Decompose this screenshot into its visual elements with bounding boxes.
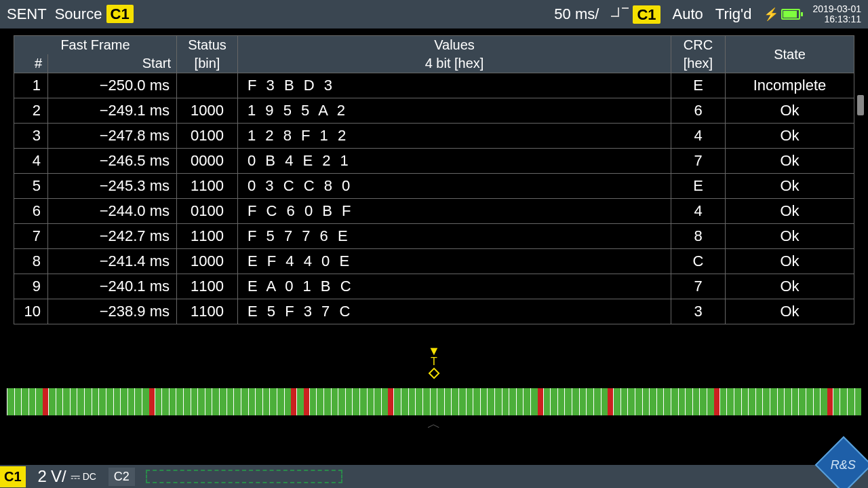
frame-ok-segment [309,388,317,415]
cell-values: 1 9 5 5 A 2 [238,98,671,124]
trigger-state: Trig'd [715,5,752,23]
cell-start: −245.3 ms [48,174,177,199]
decoded-waveform[interactable] [7,388,861,415]
table-row[interactable]: 9−240.1 ms1100E A 0 1 B C7Ok [14,274,854,299]
cell-crc: C [671,249,726,274]
cell-start: −238.9 ms [48,299,177,324]
table-row[interactable]: 4−246.5 ms00000 B 4 E 2 17Ok [14,149,854,174]
cell-status: 1000 [177,98,238,124]
cell-start: −247.8 ms [48,124,177,149]
frame-ok-segment [21,388,28,415]
frame-ok-segment [127,388,135,415]
top-left-group: SENT Source C1 [7,5,134,23]
frame-error-segment [291,388,296,415]
cell-status: 0100 [177,199,238,224]
cell-start: −242.7 ms [48,224,177,249]
c2-badge[interactable]: C2 [108,468,135,486]
frame-ok-segment [142,388,149,415]
frame-ok-segment [656,388,664,415]
frame-ok-segment [437,388,444,415]
cell-state: Ok [726,149,854,174]
table-row[interactable]: 10−238.9 ms1100E 5 F 3 7 C3Ok [14,299,854,324]
frame-ok-segment [671,388,678,415]
cell-start: −246.5 ms [48,149,177,174]
c1-coupling: DC [83,471,96,482]
cell-crc: 4 [671,124,726,149]
header-crc-sub: [hex] [671,54,726,73]
cell-crc: 3 [671,299,726,324]
frame-ok-segment [381,388,389,415]
frame-ok-segment [183,388,191,415]
battery-icon [781,9,800,20]
cell-state: Ok [726,274,854,299]
timebase[interactable]: 50 ms/ [554,5,599,23]
datetime: 2019-03-01 16:13:11 [812,4,861,24]
cell-status: 1100 [177,224,238,249]
frame-ok-segment [530,388,538,415]
frame-ok-segment [473,388,480,415]
header-values: Values [238,36,671,55]
frame-ok-segment [777,388,785,415]
cell-values: 0 3 C C 8 0 [238,174,671,199]
c1-badge[interactable]: C1 [0,466,26,487]
frame-error-segment [608,388,613,415]
brand-logo-text: R&S [831,457,856,472]
table-row[interactable]: 2−249.1 ms10001 9 5 5 A 26Ok [14,98,854,124]
expand-handle-icon[interactable]: ︿ [427,415,441,433]
cell-num: 8 [14,249,48,274]
frame-ok-segment [98,388,106,415]
table-row[interactable]: 8−241.4 ms1000E F 4 4 0 ECOk [14,249,854,274]
cell-crc: 7 [671,149,726,174]
frame-ok-segment [374,388,381,415]
frame-ok-segment [699,388,707,415]
decode-table-wrap: Fast Frame Status Values CRC State # Sta… [0,29,868,324]
cell-crc: 6 [671,98,726,124]
cell-crc: 8 [671,224,726,249]
frame-ok-segment [345,388,353,415]
frame-ok-segment [572,388,579,415]
frame-ok-segment [331,388,338,415]
decode-table[interactable]: Fast Frame Status Values CRC State # Sta… [14,35,854,324]
c2-placeholder[interactable] [146,470,342,483]
trigger-mode[interactable]: Auto [673,5,703,23]
cell-num: 9 [14,274,48,299]
table-row[interactable]: 6−244.0 ms0100F C 6 0 B F4Ok [14,199,854,224]
frame-ok-segment [28,388,36,415]
frame-ok-segment [741,388,749,415]
frame-ok-segment [557,388,565,415]
frame-ok-segment [84,388,92,415]
frame-ok-segment [791,388,799,415]
frame-ok-segment [833,388,840,415]
cell-crc: E [671,73,726,98]
trigger-arrow-icon: ▼ [428,346,440,356]
frame-ok-segment [487,388,494,415]
header-status: Status [177,36,238,55]
trigger-edge-group[interactable]: C1 [611,5,660,24]
cell-status: 0000 [177,149,238,174]
protocol-label[interactable]: SENT [7,5,47,23]
waveform-area: ▼ T ︿ [0,346,868,455]
frame-ok-segment [726,388,734,415]
cell-values: E F 4 4 0 E [238,249,671,274]
frame-ok-segment [579,388,587,415]
frame-ok-segment [613,388,620,415]
header-fast-frame: Fast Frame [14,36,177,55]
c1-unit: V/ [51,467,66,486]
trigger-marker[interactable]: ▼ T [428,346,440,377]
table-row[interactable]: 3−247.8 ms01001 2 8 F 1 24Ok [14,124,854,149]
cell-crc: E [671,174,726,199]
source-group[interactable]: Source C1 [55,5,134,23]
cell-state: Ok [726,249,854,274]
frame-ok-segment [415,388,422,415]
frame-ok-segment [408,388,416,415]
table-row[interactable]: 5−245.3 ms11000 3 C C 8 0EOk [14,174,854,199]
table-row[interactable]: 7−242.7 ms1100F 5 7 7 6 E8Ok [14,224,854,249]
frame-ok-segment [14,388,22,415]
table-row[interactable]: 1−250.0 msF 3 B D 3EIncomplete [14,73,854,98]
frame-ok-segment [226,388,234,415]
scrollbar-thumb[interactable] [857,95,864,115]
frame-ok-segment [509,388,516,415]
c1-info[interactable]: 2 V/ ⎓ DC [33,467,102,486]
cell-values: F 3 B D 3 [238,73,671,98]
frame-ok-segment [543,388,551,415]
